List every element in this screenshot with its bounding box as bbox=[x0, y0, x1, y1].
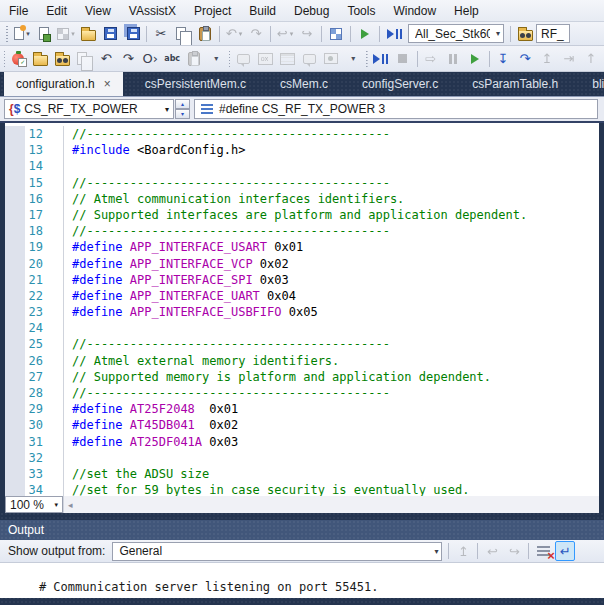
close-icon[interactable]: × bbox=[104, 78, 111, 90]
code-line[interactable]: 25//------------------------------------… bbox=[5, 336, 599, 352]
code-line[interactable]: 24 bbox=[5, 320, 599, 336]
code-token: //--------------------------------------… bbox=[72, 386, 390, 400]
toolbar-grip[interactable] bbox=[229, 51, 230, 67]
code-line[interactable]: 18//------------------------------------… bbox=[5, 223, 599, 239]
menu-item-project[interactable]: Project bbox=[185, 0, 240, 21]
code-line[interactable]: 27// Supported memory is platform and ap… bbox=[5, 369, 599, 385]
chevron-down-icon[interactable]: ▾ bbox=[239, 30, 243, 38]
code-line[interactable]: 23#define APP_INTERFACE_USBFIFO 0x05 bbox=[5, 304, 599, 320]
menu-item-tools[interactable]: Tools bbox=[338, 0, 384, 21]
code-line[interactable]: 21#define APP_INTERFACE_SPI 0x03 bbox=[5, 272, 599, 288]
chevron-down-icon[interactable]: ▾ bbox=[71, 30, 75, 38]
open-file-button[interactable] bbox=[78, 24, 98, 44]
code-line[interactable]: 26// Atmel external memory identifiers. bbox=[5, 353, 599, 369]
chevron-down-icon[interactable]: ▾ bbox=[26, 30, 30, 38]
output-console[interactable]: # Communication server listening on port… bbox=[0, 563, 604, 598]
debug-toolbar: ↶↷O›abc▾▾⇨↧↷↥⇥↑ bbox=[0, 46, 604, 72]
save-all-button[interactable] bbox=[122, 24, 142, 44]
output-source-dropdown[interactable]: General ▾ bbox=[112, 542, 442, 561]
toolbar-overflow-button[interactable]: ▾ bbox=[206, 49, 226, 69]
menu-item-build[interactable]: Build bbox=[240, 0, 285, 21]
code-line[interactable]: 34//set for 59 bytes in case security is… bbox=[5, 482, 599, 496]
code-editor[interactable]: 12//------------------------------------… bbox=[0, 123, 604, 496]
va-goto-back-button[interactable]: ↶ bbox=[96, 49, 116, 69]
continue-button: ⇨ bbox=[421, 49, 441, 69]
va-surround-button[interactable]: O› bbox=[140, 49, 160, 69]
line-number: 28 bbox=[5, 385, 51, 401]
va-spell-check-button[interactable]: abc bbox=[162, 49, 182, 69]
code-text bbox=[63, 158, 72, 174]
menu-item-debug[interactable]: Debug bbox=[285, 0, 338, 21]
find-input[interactable]: RF_ bbox=[536, 24, 570, 43]
toolbar-separator bbox=[219, 26, 220, 42]
tab-csparamtable-h[interactable]: csParamTable.h bbox=[460, 72, 570, 96]
clear-all-button[interactable] bbox=[533, 541, 553, 561]
start-debug-break-button[interactable] bbox=[384, 24, 404, 44]
horizontal-scrollbar[interactable]: ◂ bbox=[63, 496, 599, 513]
start-without-debugging-button[interactable] bbox=[465, 49, 485, 69]
definition-preview[interactable]: #define CS_RF_TX_POWER 3 bbox=[194, 99, 598, 119]
new-project-button[interactable]: ▾ bbox=[12, 24, 32, 44]
vassistx-navbar: {$ CS_RF_TX_POWER ▾ ▴ ▾ #define CS_RF_TX… bbox=[0, 97, 604, 123]
code-line[interactable]: 17// Supported interfaces are platform a… bbox=[5, 207, 599, 223]
run-button[interactable] bbox=[355, 24, 375, 44]
menu-item-edit[interactable]: Edit bbox=[37, 0, 76, 21]
tab-csmem-c[interactable]: csMem.c bbox=[268, 72, 340, 96]
code-line[interactable]: 14 bbox=[5, 158, 599, 174]
panel-splitter[interactable] bbox=[0, 513, 604, 520]
tab-cspersistentmem-c[interactable]: csPersistentMem.c bbox=[133, 72, 258, 96]
toolbar-grip[interactable] bbox=[4, 26, 9, 42]
toolbar-overflow-button[interactable]: ▾ bbox=[343, 49, 363, 69]
copy-button[interactable] bbox=[173, 24, 193, 44]
line-number: 30 bbox=[5, 417, 51, 433]
step-into-button[interactable]: ↧ bbox=[493, 49, 513, 69]
code-line[interactable]: 28//------------------------------------… bbox=[5, 385, 599, 401]
zoom-dropdown[interactable]: 100 % ▾ bbox=[5, 496, 63, 513]
menu-item-window[interactable]: Window bbox=[384, 0, 445, 21]
spin-down-button[interactable]: ▾ bbox=[175, 109, 190, 119]
code-line[interactable]: 15//------------------------------------… bbox=[5, 175, 599, 191]
start-debug-break-button[interactable] bbox=[371, 49, 391, 69]
code-line[interactable]: 19#define APP_INTERFACE_USART 0x01 bbox=[5, 239, 599, 255]
find-in-files-button[interactable] bbox=[515, 24, 535, 44]
cut-button[interactable]: ✂ bbox=[151, 24, 171, 44]
va-open-file-button[interactable] bbox=[30, 49, 50, 69]
context-dropdown[interactable]: {$ CS_RF_TX_POWER ▾ bbox=[4, 99, 174, 119]
tab-configserver-c[interactable]: configServer.c bbox=[350, 72, 450, 96]
menu-item-vassistx[interactable]: VAssistX bbox=[120, 0, 185, 21]
code-line[interactable]: 32 bbox=[5, 450, 599, 466]
code-line[interactable]: 16// Atmel communication interfaces iden… bbox=[5, 191, 599, 207]
code-line[interactable]: 29#define AT25F2048 0x01 bbox=[5, 401, 599, 417]
va-find-references-button[interactable] bbox=[52, 49, 72, 69]
spin-up-button[interactable]: ▴ bbox=[175, 99, 190, 109]
save-button[interactable] bbox=[100, 24, 120, 44]
tab-configuration-h[interactable]: configuration.h× bbox=[4, 72, 123, 96]
menu-item-view[interactable]: View bbox=[76, 0, 120, 21]
properties-window-button[interactable] bbox=[326, 24, 346, 44]
toggle-word-wrap-button[interactable]: ↵ bbox=[555, 541, 575, 561]
code-token: APP_INTERFACE_UART bbox=[123, 289, 260, 303]
scroll-left-icon[interactable]: ◂ bbox=[64, 500, 77, 510]
step-out-button: ↥ bbox=[537, 49, 557, 69]
code-line[interactable]: 12//------------------------------------… bbox=[5, 126, 599, 142]
chevron-down-icon: ▾ bbox=[165, 105, 169, 114]
add-new-item-button[interactable] bbox=[34, 24, 54, 44]
menu-item-help[interactable]: Help bbox=[445, 0, 488, 21]
paste-button[interactable] bbox=[195, 24, 215, 44]
toolbar-grip[interactable] bbox=[4, 51, 5, 67]
toolbar-grip[interactable] bbox=[366, 51, 367, 67]
tab-blink-c[interactable]: blink.c bbox=[580, 72, 604, 96]
code-line[interactable]: 13#include <BoardConfig.h> bbox=[5, 142, 599, 158]
code-line[interactable]: 22#define APP_INTERFACE_UART 0x04 bbox=[5, 288, 599, 304]
vassistx-button[interactable] bbox=[8, 49, 28, 69]
code-line[interactable]: 20#define APP_INTERFACE_VCP 0x02 bbox=[5, 256, 599, 272]
solution-configurations-dropdown[interactable]: All_Sec_Stk60▾ bbox=[408, 24, 504, 43]
code-line[interactable]: 33//set the ADSU size bbox=[5, 466, 599, 482]
step-over-button[interactable]: ↷ bbox=[515, 49, 535, 69]
code-line[interactable]: 31#define AT25DF041A 0x03 bbox=[5, 434, 599, 450]
menu-item-file[interactable]: File bbox=[0, 0, 37, 21]
code-token: 0x03 bbox=[202, 435, 238, 449]
chevron-down-icon[interactable]: ▾ bbox=[290, 30, 294, 38]
code-line[interactable]: 30#define AT45DB041 0x02 bbox=[5, 417, 599, 433]
va-goto-forward-button[interactable]: ↷ bbox=[118, 49, 138, 69]
